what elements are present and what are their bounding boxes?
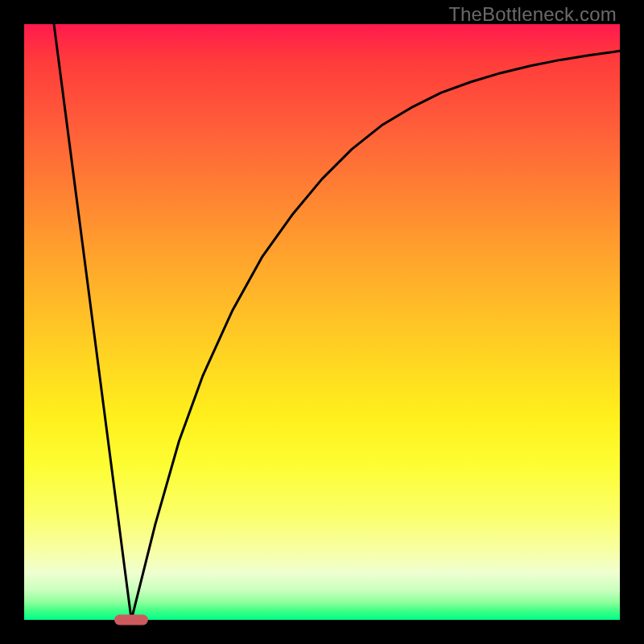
plot-area [24,24,620,620]
curve-path [54,24,620,620]
chart-frame: TheBottleneck.com [0,0,644,644]
bottleneck-marker [114,615,148,625]
watermark-text: TheBottleneck.com [448,3,617,26]
chart-curves [24,24,620,620]
